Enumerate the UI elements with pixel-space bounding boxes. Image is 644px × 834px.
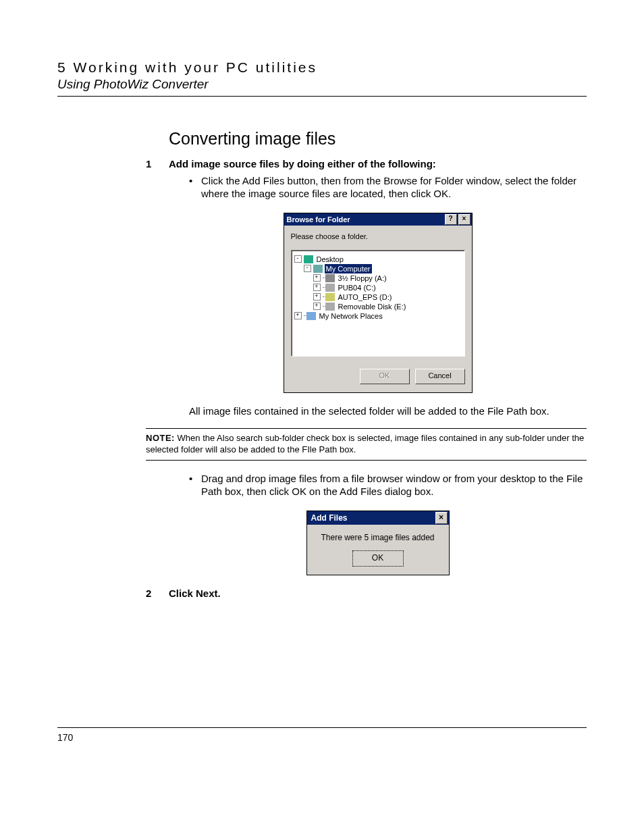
- step-text: Add image source files by doing either o…: [169, 158, 436, 170]
- chapter-title: 5 Working with your PC utilities: [57, 59, 587, 76]
- page: 5 Working with your PC utilities Using P…: [0, 0, 644, 770]
- tree-item[interactable]: Removable Disk (E:): [337, 302, 408, 311]
- tree-item[interactable]: AUTO_EPS (D:): [337, 292, 394, 302]
- network-icon: [306, 312, 316, 320]
- dialog-titlebar[interactable]: Add Files ×: [307, 511, 449, 525]
- bullet-item: • Drag and drop image files from a file …: [189, 473, 587, 498]
- tree-item[interactable]: 3½ Floppy (A:): [337, 273, 388, 283]
- expander-icon[interactable]: +: [313, 284, 321, 291]
- dialog-instruction: Please choose a folder.: [291, 232, 465, 240]
- add-files-dialog: Add Files × There were 5 image files add…: [306, 511, 450, 575]
- page-number: 170: [57, 732, 73, 743]
- dialog-body: Please choose a folder. - Desktop - My C…: [284, 226, 472, 362]
- bullet-text: Drag and drop image files from a file br…: [201, 473, 587, 498]
- step-text: Click Next.: [169, 588, 221, 599]
- note-block: NOTE: When the Also search sub-folder ch…: [146, 428, 587, 461]
- expander-icon[interactable]: -: [294, 255, 302, 263]
- step-number: 1: [146, 158, 169, 170]
- tree-item[interactable]: My Network Places: [318, 311, 384, 321]
- cancel-button[interactable]: Cancel: [415, 369, 465, 384]
- computer-icon: [313, 265, 323, 273]
- figure-browse-for-folder: Browse for Folder ? × Please choose a fo…: [169, 213, 587, 393]
- page-footer: 170: [57, 727, 587, 743]
- bullet-text: Click the Add Files button, then from th…: [201, 175, 587, 201]
- expander-icon[interactable]: +: [313, 303, 321, 310]
- help-button[interactable]: ?: [445, 214, 457, 225]
- note-label: NOTE:: [146, 433, 175, 443]
- step-2: 2 Click Next.: [169, 588, 587, 599]
- figure-add-files: Add Files × There were 5 image files add…: [169, 511, 587, 575]
- dialog-message: There were 5 image files added: [307, 525, 449, 546]
- dialog-title: Browse for Folder: [287, 215, 444, 224]
- expander-icon[interactable]: +: [294, 312, 302, 319]
- expander-icon[interactable]: +: [313, 293, 321, 301]
- removable-icon: [325, 303, 335, 311]
- paragraph: All image files contained in the selecte…: [189, 405, 587, 418]
- ok-button[interactable]: OK: [360, 369, 410, 384]
- folder-tree[interactable]: - Desktop - My Computer +: [291, 250, 465, 357]
- chapter-subtitle: Using PhotoWiz Converter: [57, 77, 587, 92]
- dialog-titlebar[interactable]: Browse for Folder ? ×: [284, 213, 472, 226]
- desktop-icon: [304, 255, 313, 263]
- expander-icon[interactable]: -: [304, 265, 311, 272]
- tree-item[interactable]: PUB04 (C:): [337, 283, 377, 292]
- bullet-marker: •: [189, 175, 201, 201]
- tree-item[interactable]: Desktop: [315, 255, 345, 264]
- page-header: 5 Working with your PC utilities Using P…: [57, 59, 587, 97]
- step-number: 2: [146, 588, 169, 599]
- dialog-footer: OK Cancel: [284, 362, 472, 392]
- cd-icon: [325, 293, 335, 301]
- close-button[interactable]: ×: [435, 512, 448, 524]
- close-button[interactable]: ×: [458, 214, 471, 225]
- browse-for-folder-dialog: Browse for Folder ? × Please choose a fo…: [284, 213, 473, 393]
- content-area: Converting image files 1 Add image sourc…: [169, 129, 587, 599]
- note-text: When the Also search sub-folder check bo…: [146, 433, 584, 454]
- bullet-marker: •: [189, 473, 201, 498]
- expander-icon[interactable]: +: [313, 274, 321, 282]
- section-title: Converting image files: [169, 129, 587, 149]
- tree-item-selected[interactable]: My Computer: [325, 264, 372, 273]
- bullet-item: • Click the Add Files button, then from …: [189, 175, 587, 201]
- dialog-footer: OK: [307, 546, 449, 575]
- ok-button[interactable]: OK: [352, 550, 404, 567]
- drive-icon: [325, 284, 335, 292]
- step-1: 1 Add image source files by doing either…: [169, 158, 587, 170]
- dialog-title: Add Files: [311, 513, 434, 523]
- floppy-icon: [325, 274, 335, 282]
